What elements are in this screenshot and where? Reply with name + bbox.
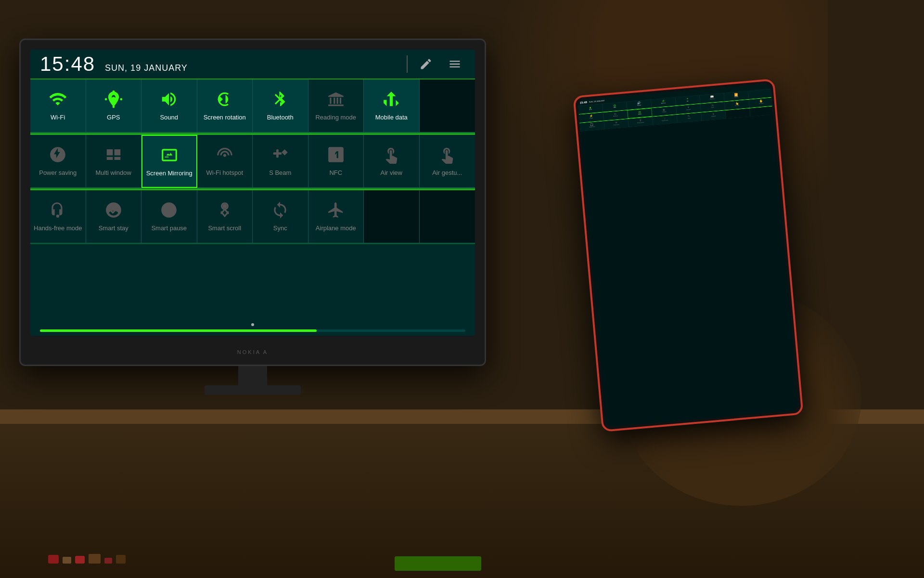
shelf-obj-6 [116,555,126,564]
phone-date-mini: SUN, 19 JANUARY [589,100,605,103]
wifi-icon [49,90,67,111]
air-gesture-tile[interactable]: Air gestu... [420,135,475,188]
empty-tile-2 [420,190,475,243]
handsfree-icon [49,201,67,222]
svg-point-1 [112,91,115,93]
shelf-obj-5 [104,558,112,564]
phone-tile-airplane: ✈ Airplane [701,110,726,120]
wifi-tile[interactable]: Wi-Fi [30,79,86,132]
green-box-shelf [395,556,481,571]
screen-mirroring-label: Screen Mirroring [146,170,192,177]
handsfree-tile[interactable]: Hands-free mode [30,190,86,243]
smart-stay-tile[interactable]: Smart stay [86,190,142,243]
quick-row-2: Power saving Multi window [30,135,475,189]
reading-mode-tile[interactable]: Reading mode [308,79,364,132]
quick-row-1: Wi-Fi GPS Sound [30,79,475,133]
edit-button[interactable] [415,53,436,75]
reading-mode-label: Reading mode [315,114,356,121]
gps-label: GPS [107,114,120,121]
svg-point-5 [56,215,59,218]
tv-container: 15:48 SUN, 19 JANUARY [19,39,486,366]
phone-empty1 [725,108,750,118]
airplane-mode-tile[interactable]: Airplane mode [308,190,364,243]
sound-tile[interactable]: Sound [141,79,197,132]
s-beam-tile[interactable]: S Beam [253,135,308,188]
phone-tile-ss: 👁 Smart stay [604,119,629,129]
air-view-label: Air view [380,169,402,177]
sync-tile[interactable]: Sync [253,190,308,243]
nfc-icon [327,145,345,166]
progress-fill [40,329,317,332]
sound-icon [160,90,178,111]
air-gesture-icon [438,145,456,166]
mobile-data-tile[interactable]: Mobile data [364,79,420,132]
power-saving-icon [49,145,67,166]
phone-body: 15:48 SUN, 19 JANUARY ▲ Wi-Fi ◎ GPS 🔊 [573,79,803,432]
screen-rotation-tile[interactable]: Screen rotation [197,79,253,132]
sync-label: Sync [273,224,287,232]
screen-rotation-icon [216,90,234,111]
wifi-label: Wi-Fi [51,114,65,121]
phone-time-mini: 15:48 [579,101,587,105]
smart-stay-icon [104,201,123,222]
dot-indicator [251,323,254,326]
tv-base [205,385,301,395]
phone-tile-sc: ↕ Smart scroll [653,115,678,125]
tv-brand-label: NOKIA A [237,349,268,355]
power-saving-tile[interactable]: Power saving [30,135,86,188]
svg-point-3 [105,98,107,101]
air-view-icon [382,145,400,166]
screen-rotation-label: Screen rotation [204,114,246,121]
tv-outer: 15:48 SUN, 19 JANUARY [19,39,486,366]
screen-mirroring-icon [160,146,179,167]
shelf-items [48,554,126,564]
wifi-hotspot-label: Wi-Fi hotspot [206,169,243,177]
reading-mode-icon [327,90,345,111]
sound-label: Sound [160,114,178,121]
multi-window-icon [104,145,123,166]
s-beam-icon [271,145,289,166]
empty-tile-1 [364,190,420,243]
date-display: SUN, 19 JANUARY [105,63,188,73]
status-icons-area [407,53,465,75]
power-saving-label: Power saving [39,169,77,177]
wifi-hotspot-tile[interactable]: Wi-Fi hotspot [197,135,253,188]
smart-scroll-tile[interactable]: Smart scroll [197,190,253,243]
sync-icon [271,201,289,222]
quick-row-3: Hands-free mode Smart stay [30,190,475,244]
time-date-area: 15:48 SUN, 19 JANUARY [40,53,188,76]
airplane-mode-icon [327,201,345,222]
android-panel: 15:48 SUN, 19 JANUARY [30,50,475,336]
shelf-obj-2 [63,557,71,564]
shelf-obj-3 [75,556,85,564]
screen-mirroring-tile[interactable]: Screen Mirroring [141,135,197,188]
phone-tile-hf: 🎧 Hands free [579,121,604,131]
phone-device: 15:48 SUN, 19 JANUARY ▲ Wi-Fi ◎ GPS 🔊 [573,79,803,432]
svg-point-8 [222,204,227,209]
smart-pause-label: Smart pause [151,224,187,232]
mobile-data-icon [382,90,400,111]
status-bar: 15:48 SUN, 19 JANUARY [30,50,475,79]
shelf [0,409,924,578]
smart-pause-tile[interactable]: Smart pause [141,190,197,243]
air-view-tile[interactable]: Air view [364,135,420,188]
s-beam-label: S Beam [269,169,291,177]
nfc-tile[interactable]: NFC [308,135,364,188]
smart-stay-label: Smart stay [99,224,128,232]
mobile-data-label: Mobile data [375,114,408,121]
menu-button[interactable] [444,53,465,75]
multi-window-tile[interactable]: Multi window [86,135,142,188]
shelf-obj-4 [89,554,101,564]
phone-tile-sync: ↻ Sync [677,113,702,123]
phone-empty2 [750,106,775,117]
smart-pause-icon [160,201,178,222]
bluetooth-tile[interactable]: Bluetooth [253,79,308,132]
progress-bar [40,329,465,332]
smart-scroll-icon [216,201,234,222]
svg-point-2 [112,106,115,108]
divider [407,55,408,73]
gps-icon [104,90,123,111]
shelf-obj-1 [48,555,59,564]
handsfree-label: Hands-free mode [34,224,82,232]
gps-tile[interactable]: GPS [86,79,142,132]
